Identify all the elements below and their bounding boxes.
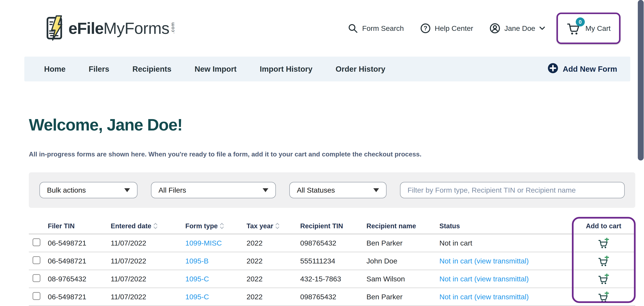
dropdown-caret-icon (263, 188, 268, 192)
help-icon: ? (420, 23, 431, 33)
nav-item-recipients[interactable]: Recipients (132, 64, 172, 74)
nav-item-import-history[interactable]: Import History (260, 64, 312, 74)
dropdown-caret-icon (373, 188, 379, 192)
cart-plus-icon (598, 238, 609, 248)
brand-tld: .com (170, 22, 176, 35)
status-link[interactable]: Not in cart (view transmittal) (440, 275, 572, 283)
tax-year-cell: 2022 (246, 293, 300, 301)
header-status: Status (440, 222, 572, 230)
header-add-to-cart: Add to cart (572, 222, 635, 230)
tax-year-cell: 2022 (246, 275, 300, 283)
nav-item-filers[interactable]: Filers (89, 64, 109, 74)
status-link[interactable]: Not in cart (view transmittal) (440, 293, 572, 301)
help-center-label: Help Center (435, 24, 473, 32)
row-checkbox[interactable] (32, 274, 40, 282)
cart-icon: 0 (566, 21, 581, 35)
add-new-form-button[interactable]: Add New Form (548, 63, 617, 75)
recipient-tin-cell: 555111234 (300, 257, 366, 265)
form-type-link[interactable]: 1099-MISC (185, 239, 246, 247)
all-statuses-value: All Statuses (297, 186, 335, 194)
all-filers-value: All Filers (158, 186, 186, 194)
table-row: 08-9765432 11/07/2022 1095-C 2022 432-15… (29, 270, 635, 288)
nav-item-home[interactable]: Home (44, 64, 66, 74)
my-cart-label: My Cart (586, 24, 611, 32)
entered-date-cell: 11/07/2022 (111, 239, 185, 247)
main-navigation: Home Filers Recipients New Import Import… (24, 57, 630, 81)
form-type-link[interactable]: 1095-C (185, 293, 246, 301)
filer-tin-cell: 08-9765432 (48, 275, 111, 283)
recipient-name-cell: Sam Wilson (366, 275, 440, 283)
row-checkbox[interactable] (32, 238, 40, 246)
user-name-label: Jane Doe (504, 24, 535, 32)
header-utilities: Form Search ? Help Center Jane Doe (348, 12, 620, 44)
table-row: 06-5498721 11/07/2022 1099-MISC 2022 098… (29, 234, 635, 252)
header-form-type[interactable]: Form type (185, 222, 246, 230)
recipient-tin-cell: 098765432 (300, 239, 366, 247)
sort-icon (153, 223, 158, 229)
entered-date-cell: 11/07/2022 (111, 293, 185, 301)
add-new-form-label: Add New Form (563, 64, 617, 74)
row-checkbox[interactable] (32, 292, 40, 300)
cart-count-badge: 0 (576, 17, 585, 26)
form-search-button[interactable]: Form Search (348, 23, 404, 33)
header: eFile MyForms .com Form Search ? Help Ce… (0, 0, 644, 57)
cart-plus-icon (598, 292, 609, 302)
form-type-link[interactable]: 1095-C (185, 275, 246, 283)
status-cell: Not in cart (440, 239, 572, 247)
form-search-label: Form Search (362, 24, 404, 32)
sort-icon (275, 223, 280, 229)
vertical-scrollbar[interactable] (638, 0, 644, 160)
status-link[interactable]: Not in cart (view transmittal) (440, 257, 572, 265)
all-statuses-dropdown[interactable]: All Statuses (289, 182, 386, 198)
tax-year-cell: 2022 (246, 239, 300, 247)
filer-tin-cell: 06-5498721 (48, 257, 111, 265)
row-checkbox[interactable] (32, 256, 40, 264)
all-filers-dropdown[interactable]: All Filers (151, 182, 276, 198)
add-to-cart-cell[interactable] (572, 256, 635, 266)
page-description: All in-progress forms are shown here. Wh… (29, 151, 644, 158)
filter-panel: Bulk actions All Filers All Statuses (29, 172, 635, 208)
search-icon (348, 23, 358, 33)
my-cart-button[interactable]: 0 My Cart (556, 12, 621, 44)
bulk-actions-dropdown[interactable]: Bulk actions (40, 182, 138, 198)
entered-date-cell: 11/07/2022 (111, 257, 185, 265)
dropdown-caret-icon (124, 188, 130, 192)
recipient-name-cell: Ben Parker (366, 293, 440, 301)
recipient-tin-cell: 098765432 (300, 293, 366, 301)
recipient-name-cell: Ben Parker (366, 239, 440, 247)
forms-table: Filer TIN Entered date Form type Tax yea… (29, 218, 635, 306)
recipient-tin-cell: 432-15-7863 (300, 275, 366, 283)
plus-circle-icon (548, 63, 558, 75)
user-icon (490, 23, 500, 34)
header-tax-year[interactable]: Tax year (246, 222, 300, 230)
bulk-actions-value: Bulk actions (47, 186, 86, 194)
table-header-row: Filer TIN Entered date Form type Tax yea… (29, 218, 635, 234)
lightning-document-icon (45, 15, 66, 41)
cart-plus-icon (598, 256, 609, 266)
table-filter-input[interactable] (400, 182, 625, 198)
header-entered-date[interactable]: Entered date (111, 222, 185, 230)
header-recipient-tin: Recipient TIN (300, 222, 366, 230)
svg-text:?: ? (424, 25, 427, 32)
add-to-cart-cell[interactable] (572, 274, 635, 284)
add-to-cart-cell[interactable] (572, 238, 635, 248)
help-center-button[interactable]: ? Help Center (420, 23, 473, 33)
header-filer-tin: Filer TIN (48, 222, 111, 230)
brand-name-light: MyForms (104, 19, 170, 37)
sort-icon (220, 223, 224, 229)
tax-year-cell: 2022 (246, 257, 300, 265)
form-type-link[interactable]: 1095-B (185, 257, 246, 265)
filer-tin-cell: 06-5498721 (48, 239, 111, 247)
entered-date-cell: 11/07/2022 (111, 275, 185, 283)
header-recipient-name: Recipient name (366, 222, 440, 230)
nav-item-new-import[interactable]: New Import (194, 64, 236, 74)
nav-item-order-history[interactable]: Order History (336, 64, 386, 74)
chevron-down-icon (539, 26, 545, 30)
user-menu[interactable]: Jane Doe (490, 23, 545, 34)
recipient-name-cell: John Doe (366, 257, 440, 265)
table-row: 06-5498721 11/07/2022 1095-B 2022 555111… (29, 252, 635, 270)
brand-name-bold: eFile (68, 19, 104, 37)
page-title: Welcome, Jane Doe! (29, 115, 644, 134)
brand-logo[interactable]: eFile MyForms .com (45, 15, 176, 41)
add-to-cart-cell[interactable] (572, 292, 635, 302)
